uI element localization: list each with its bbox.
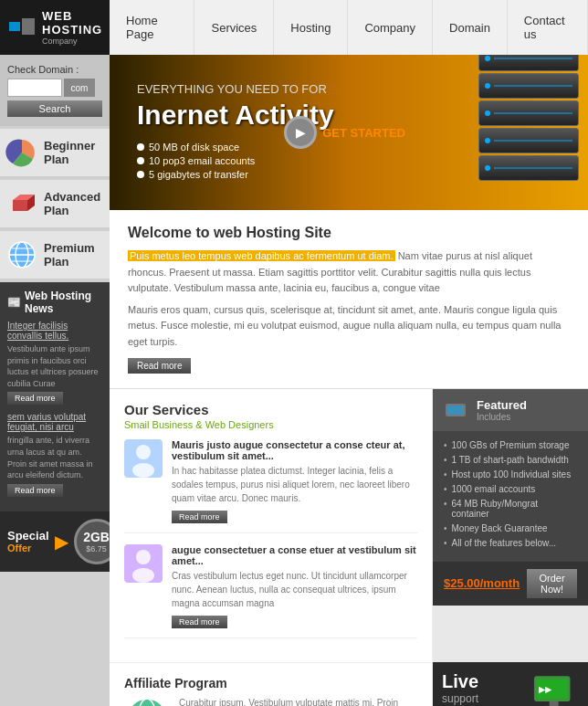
service-avatar-icon bbox=[124, 439, 163, 478]
bullet-icon bbox=[137, 171, 144, 178]
hero-subtitle: EVERYTHING YOU NEED TO FOR bbox=[137, 82, 334, 96]
welcome-text1: Puis metus leo tempus web dapibus ac fer… bbox=[128, 248, 570, 297]
news-item-0: Integer facilisis convallis tellus.Vesti… bbox=[7, 321, 102, 405]
news-link[interactable]: Integer facilisis convallis tellus. bbox=[7, 321, 102, 341]
service-read-more-button[interactable]: Read more bbox=[172, 511, 227, 523]
hero-banner: EVERYTHING YOU NEED TO FOR Inernet Activ… bbox=[110, 55, 588, 210]
service-text: Cras vestibulum lectus eget nunc. Ut tin… bbox=[172, 569, 417, 610]
svg-point-17 bbox=[136, 550, 151, 564]
domain-check-label: Check Domain : bbox=[7, 64, 102, 75]
news-link[interactable]: sem varius volutpat feugiat, nisi arcu bbox=[7, 412, 102, 432]
bottom-row: Affiliate Program Curabitur ipsum. Vesti… bbox=[110, 662, 588, 706]
featured-list-item: •All of the features below... bbox=[444, 538, 577, 548]
service-avatar-icon bbox=[124, 544, 163, 583]
featured-price-value[interactable]: $25.00/month bbox=[444, 576, 520, 590]
logo-main-text: WEB HOSTING bbox=[42, 9, 102, 37]
feat-bullet-icon: • bbox=[444, 484, 447, 494]
sidebar: Check Domain : com Search Beginner Plan … bbox=[0, 55, 110, 706]
globe-plan-icon bbox=[5, 238, 38, 271]
plans-list: Beginner Plan Advanced Plan Premium Plan bbox=[0, 129, 110, 279]
logo-sub-text: Company bbox=[42, 37, 102, 46]
featured-list-item: •1000 email accounts bbox=[444, 484, 577, 494]
plan-item-beginner-plan[interactable]: Beginner Plan bbox=[0, 129, 110, 177]
feat-bullet-icon: • bbox=[444, 469, 447, 479]
offer-arrow-icon: ▶ bbox=[55, 531, 68, 553]
play-circle-icon: ▶ bbox=[284, 116, 317, 149]
cube-icon bbox=[5, 187, 38, 220]
plan-label: Premium Plan bbox=[44, 241, 104, 269]
service-item-1: augue consectetuer a conse etuer at vest… bbox=[124, 544, 417, 638]
domain-input-row: com bbox=[7, 79, 102, 97]
special-offer-text: Special Offer bbox=[7, 529, 49, 553]
featured-title: Featured bbox=[477, 398, 527, 412]
svg-rect-1 bbox=[9, 22, 20, 31]
feat-bullet-icon: • bbox=[444, 455, 447, 465]
affiliate-text: Curabitur ipsum. Vestibulum vulputate ma… bbox=[179, 696, 417, 706]
feat-bullet-icon: • bbox=[444, 538, 447, 548]
middle-section: Our Services Smail Business & Web Design… bbox=[110, 389, 588, 662]
logo-area: WEB HOSTING Company bbox=[0, 0, 110, 55]
special-offer: Special Offer ▶ 2GB $6.75 bbox=[0, 511, 110, 572]
featured-header: Featured Includes bbox=[433, 389, 588, 431]
search-button[interactable]: Search bbox=[7, 100, 102, 117]
affiliate-section: Affiliate Program Curabitur ipsum. Vesti… bbox=[110, 662, 433, 706]
featured-price-row: $25.00/month Order Now! bbox=[433, 562, 588, 606]
nav-item-contact-us[interactable]: Contact us bbox=[508, 0, 588, 55]
news-title: 📰 Web Hosting News bbox=[7, 290, 102, 315]
svg-text:▶▶: ▶▶ bbox=[539, 685, 552, 694]
featured-column: Featured Includes •100 GBs of Premium st… bbox=[433, 389, 588, 662]
welcome-highlight: Puis metus leo tempus web dapibus ac fer… bbox=[128, 250, 395, 261]
nav-item-company[interactable]: Company bbox=[348, 0, 433, 55]
live-support-title: Live bbox=[442, 671, 530, 692]
feat-bullet-icon: • bbox=[444, 440, 447, 450]
domain-ext: com bbox=[64, 79, 95, 97]
live-support-section: Live support and control Panel ▶▶ bbox=[433, 662, 588, 706]
feat-bullet-icon: • bbox=[444, 523, 447, 533]
plan-label: Beginner Plan bbox=[44, 139, 104, 166]
bullet-icon bbox=[137, 157, 144, 164]
welcome-title: Welcome to web Hosting Site bbox=[128, 225, 570, 241]
news-read-more-button[interactable]: Read more bbox=[7, 484, 63, 497]
services-subtitle: Smail Business & Web Designers bbox=[124, 419, 417, 430]
special-offer-subtitle: Offer bbox=[7, 543, 49, 553]
hero-feature-item: 10 pop3 email accounts bbox=[137, 155, 334, 166]
service-read-more-button[interactable]: Read more bbox=[172, 616, 227, 628]
welcome-text2: Mauris eros quam, cursus quis, scelerisq… bbox=[128, 302, 570, 351]
nav-item-home-page[interactable]: Home Page bbox=[110, 0, 194, 55]
logo-icon bbox=[7, 13, 37, 42]
news-read-more-button[interactable]: Read more bbox=[7, 392, 63, 405]
get-started-label: GET STARTED bbox=[322, 126, 405, 140]
svg-rect-2 bbox=[22, 18, 35, 35]
feat-bullet-icon: • bbox=[444, 499, 447, 509]
order-now-button[interactable]: Order Now! bbox=[527, 569, 577, 598]
nav-item-domain[interactable]: Domain bbox=[433, 0, 508, 55]
get-started-button[interactable]: ▶ bbox=[284, 116, 317, 149]
svg-rect-21 bbox=[447, 406, 464, 415]
offer-gb: 2GB bbox=[83, 530, 110, 544]
welcome-read-more[interactable]: Read more bbox=[128, 358, 191, 374]
get-started[interactable]: ▶ GET STARTED bbox=[284, 116, 405, 149]
play-icon: ▶ bbox=[296, 125, 306, 140]
featured-list-item: •64 MB Ruby/Mongrat container bbox=[444, 499, 577, 519]
nav-item-hosting[interactable]: Hosting bbox=[274, 0, 348, 55]
plan-item-premium-plan[interactable]: Premium Plan bbox=[0, 231, 110, 279]
service-items: Mauris justo augue consectetur a conse c… bbox=[124, 439, 417, 638]
news-text: fringilla ante, id viverra urna lacus at… bbox=[7, 435, 102, 480]
news-text: Vestibulum ante ipsum primis in faucibus… bbox=[7, 343, 102, 389]
special-offer-title: Special bbox=[7, 529, 49, 543]
main-content: EVERYTHING YOU NEED TO FOR Inernet Activ… bbox=[110, 55, 588, 706]
svg-point-15 bbox=[132, 463, 154, 478]
featured-list-item: •1 TB of shart-path bandwidth bbox=[444, 455, 577, 465]
live-support-subtitle: support bbox=[442, 692, 530, 705]
nav-item-services[interactable]: Services bbox=[194, 0, 274, 55]
domain-input[interactable] bbox=[7, 79, 62, 97]
offer-price: $6.75 bbox=[86, 544, 107, 553]
svg-point-18 bbox=[132, 568, 154, 583]
news-items: Integer facilisis convallis tellus.Vesti… bbox=[7, 321, 102, 497]
svg-rect-30 bbox=[549, 701, 558, 706]
service-content: augue consectetuer a conse etuer at vest… bbox=[172, 544, 417, 628]
service-text: In hac habitasse platea dictumst. Intege… bbox=[172, 464, 417, 505]
news-item-1: sem varius volutpat feugiat, nisi arcufr… bbox=[7, 412, 102, 496]
plan-item-advanced-plan[interactable]: Advanced Plan bbox=[0, 180, 110, 228]
service-item-0: Mauris justo augue consectetur a conse c… bbox=[124, 439, 417, 533]
